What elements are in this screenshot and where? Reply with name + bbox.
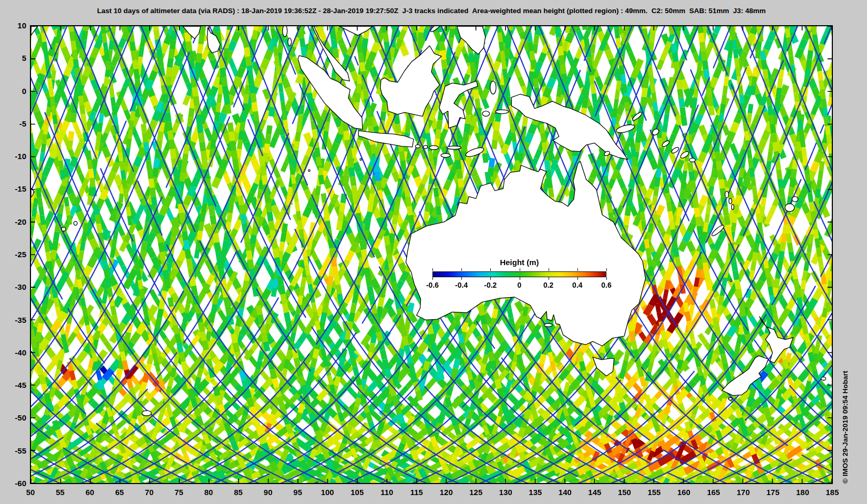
colorbar-tick (577, 277, 578, 280)
x-tick-label: 90 (256, 488, 280, 497)
x-tick-label: 75 (168, 488, 191, 497)
figure-title: Last 10 days of altimeter data (via RADS… (30, 7, 833, 15)
colorbar-tick (606, 268, 607, 271)
colorbar-tick-label: 0 (507, 281, 533, 289)
y-tick-label: 0 (0, 87, 26, 96)
y-tick-label: -15 (0, 184, 26, 193)
x-tick-label: 55 (49, 488, 72, 497)
colorbar-tick (549, 277, 549, 280)
x-tick-label: 50 (19, 488, 42, 497)
y-tick-label: -40 (0, 348, 26, 357)
colorbar-tick (606, 277, 607, 280)
x-tick-label: 70 (138, 488, 161, 497)
x-tick-label: 105 (346, 488, 369, 497)
colorbar-tick-label: -0.6 (419, 281, 446, 289)
x-tick-label: 160 (672, 488, 695, 497)
colorbar-tick (432, 268, 433, 271)
copyright-stamp: © IMOS 29-Jan-2019 09:54 Hobart (841, 371, 849, 484)
x-tick-label: 95 (286, 488, 309, 497)
x-tick-label: 155 (643, 488, 666, 497)
x-tick-label: 140 (553, 488, 576, 497)
y-tick-label: -25 (0, 250, 26, 259)
x-tick-label: 115 (405, 488, 428, 497)
x-tick-label: 185 (821, 488, 844, 497)
colorbar-tick-label: 0.6 (593, 281, 620, 289)
x-tick-label: 60 (78, 488, 101, 497)
colorbar-tick-label: 0.2 (535, 281, 562, 289)
colorbar-tick (577, 268, 578, 271)
y-tick-label: -10 (0, 152, 26, 161)
colorbar-tick (490, 277, 491, 280)
x-tick-label: 180 (791, 488, 814, 497)
x-tick-label: 120 (435, 488, 458, 497)
y-tick-label: -30 (0, 282, 26, 291)
x-tick-label: 100 (316, 488, 339, 497)
colorbar-title: Height (m) (432, 258, 606, 267)
altimeter-map-figure: Last 10 days of altimeter data (via RADS… (0, 0, 867, 504)
x-tick-label: 165 (702, 488, 725, 497)
x-tick-label: 145 (583, 488, 606, 497)
x-tick-label: 170 (731, 488, 755, 497)
colorbar-tick (461, 268, 462, 271)
y-tick-label: -35 (0, 316, 26, 324)
colorbar-tick-label: -0.2 (477, 281, 503, 289)
colorbar-tick (520, 277, 520, 280)
colorbar-tick (461, 277, 462, 280)
colorbar-tick-label: 0.4 (564, 281, 591, 289)
x-tick-label: 80 (197, 488, 220, 497)
y-tick-label: -55 (0, 446, 26, 455)
colorbar-tick (432, 277, 433, 280)
y-tick-label: -5 (0, 119, 26, 128)
y-tick-label: -20 (0, 217, 26, 226)
x-tick-label: 85 (227, 488, 250, 497)
y-tick-label: -45 (0, 381, 26, 390)
x-tick-label: 125 (465, 488, 488, 497)
y-tick-label: 5 (0, 54, 26, 62)
x-tick-label: 150 (613, 488, 636, 497)
colorbar-gradient (432, 271, 606, 277)
x-tick-label: 175 (761, 488, 785, 497)
map-plot-area: Height (m) -0.6-0.4-0.200.20.40.6 (30, 25, 833, 484)
y-tick-label: -60 (0, 479, 26, 488)
x-tick-label: 135 (524, 488, 547, 497)
colorbar-tick-label: -0.4 (448, 281, 474, 289)
x-tick-label: 130 (494, 488, 517, 497)
colorbar-tick (520, 268, 520, 271)
x-tick-label: 65 (108, 488, 131, 497)
altimeter-tracks-canvas (31, 26, 832, 483)
colorbar-tick (490, 268, 491, 271)
y-tick-label: -50 (0, 413, 26, 422)
colorbar-tick (549, 268, 549, 271)
x-tick-label: 110 (375, 488, 398, 497)
y-tick-label: 10 (0, 21, 26, 30)
